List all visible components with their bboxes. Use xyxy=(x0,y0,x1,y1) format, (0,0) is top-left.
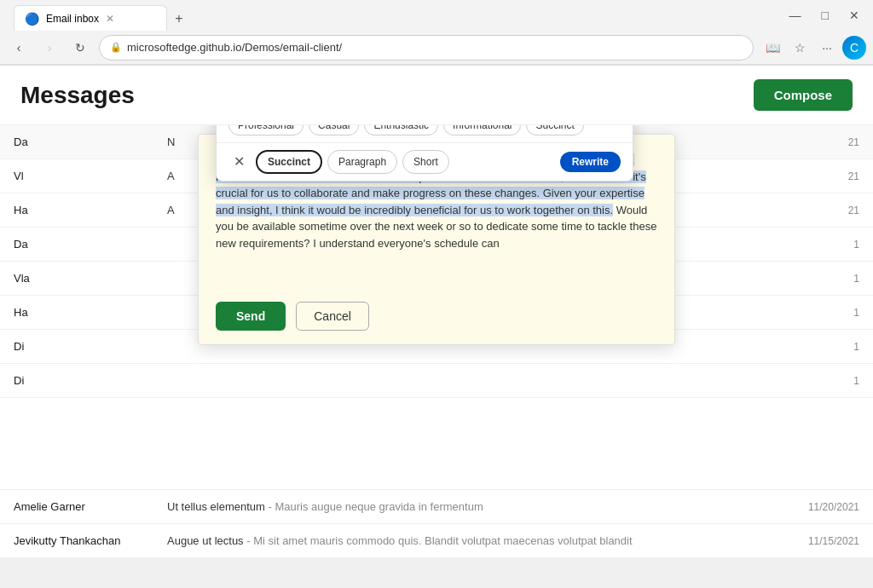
rewrite-button[interactable]: Rewrite xyxy=(560,152,621,172)
format-chip-succinct[interactable]: Succinct xyxy=(256,150,322,174)
format-chip-paragraph[interactable]: Paragraph xyxy=(327,150,397,174)
tone-chip-succinct[interactable]: Succinct xyxy=(526,125,583,135)
page-title: Messages xyxy=(20,82,135,109)
edge-tab-icon: 🔵 xyxy=(25,12,39,26)
email-list: Da N 21 Vl A 21 Ha A 21 Da 1 Vla 1 Ha 1 xyxy=(0,125,873,558)
cancel-button[interactable]: Cancel xyxy=(296,302,369,331)
app-content: Messages Compose Da N 21 Vl A 21 Ha A 21… xyxy=(0,66,873,558)
tab-close[interactable]: ✕ xyxy=(106,13,114,25)
copilot-button[interactable]: C xyxy=(842,36,866,60)
email-subject: Ut tellus elementum - Mauris augue neque… xyxy=(167,500,757,513)
favorites-button[interactable]: ☆ xyxy=(788,36,812,60)
table-row[interactable]: Amelie Garner Ut tellus elementum - Maur… xyxy=(0,489,873,524)
tone-chip-enthusiastic[interactable]: Enthusiastic xyxy=(364,125,438,135)
new-tab-button[interactable]: + xyxy=(167,7,191,31)
minimize-button[interactable]: — xyxy=(783,7,808,24)
maximize-button[interactable]: □ xyxy=(815,7,835,24)
email-date: 11/15/2021 xyxy=(757,535,859,547)
compose-footer: Send Cancel xyxy=(199,288,674,344)
ai-discard-button[interactable]: ✕ xyxy=(228,152,249,172)
email-sender: Jevikutty Thankachan xyxy=(14,534,167,547)
tone-chip-informational[interactable]: Informational xyxy=(443,125,521,135)
tab-title: Email inbox xyxy=(46,13,99,25)
immersive-reader-button[interactable]: 📖 xyxy=(760,36,784,60)
table-row[interactable]: Jevikutty Thankachan Augue ut lectus - M… xyxy=(0,524,873,558)
email-date: 11/20/2021 xyxy=(757,501,859,513)
back-button[interactable]: ‹ xyxy=(7,36,31,60)
email-subject: Augue ut lectus - Mi sit amet mauris com… xyxy=(167,534,757,547)
email-sender: Amelie Garner xyxy=(14,500,167,513)
browser-tab[interactable]: 🔵 Email inbox ✕ xyxy=(14,5,167,31)
bottom-email-rows: Amelie Garner Ut tellus elementum - Maur… xyxy=(0,489,873,558)
forward-button[interactable]: › xyxy=(38,36,61,60)
tone-chip-casual[interactable]: Casual xyxy=(309,125,359,135)
app-header: Messages Compose xyxy=(0,66,873,125)
ai-rewrite-popup: Here is another way of writing this AI g… xyxy=(216,125,633,182)
format-chip-short[interactable]: Short xyxy=(402,150,449,174)
compose-modal: Here is another way of writing this AI g… xyxy=(198,134,675,345)
compose-button[interactable]: Compose xyxy=(754,79,853,111)
close-button[interactable]: ✕ xyxy=(842,7,866,24)
tone-chips-container: Professional Casual Enthusiastic Informa… xyxy=(217,125,633,143)
send-button[interactable]: Send xyxy=(216,302,286,331)
refresh-button[interactable]: ↻ xyxy=(68,36,92,60)
format-chips-container: Succinct Paragraph Short xyxy=(256,150,449,174)
address-bar[interactable]: 🔒 microsoftedge.github.io/Demos/email-cl… xyxy=(99,35,754,61)
more-button[interactable]: ··· xyxy=(815,36,839,60)
ai-toolbar: ✕ Succinct Paragraph Short Rewrite xyxy=(217,143,633,181)
lock-icon: 🔒 xyxy=(110,42,122,53)
tone-chip-professional[interactable]: Professional xyxy=(228,125,304,135)
url-text: microsoftedge.github.io/Demos/email-clie… xyxy=(127,41,342,54)
